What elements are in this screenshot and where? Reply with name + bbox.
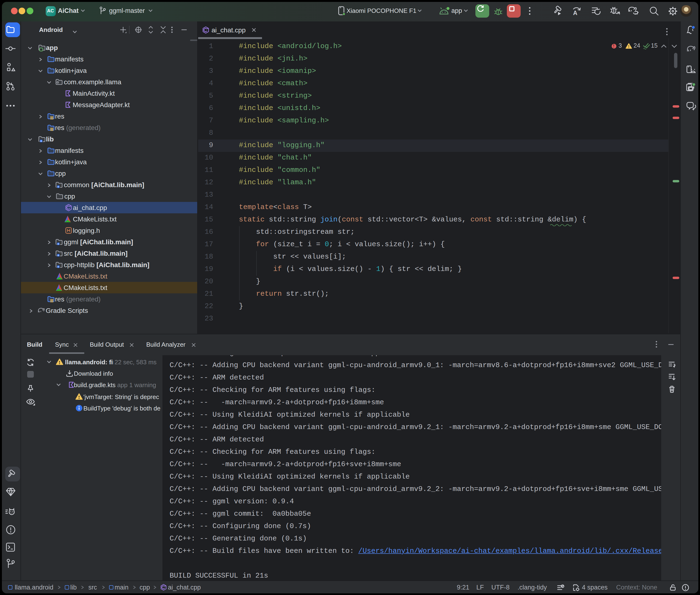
svg-text:A: A [573, 9, 577, 16]
